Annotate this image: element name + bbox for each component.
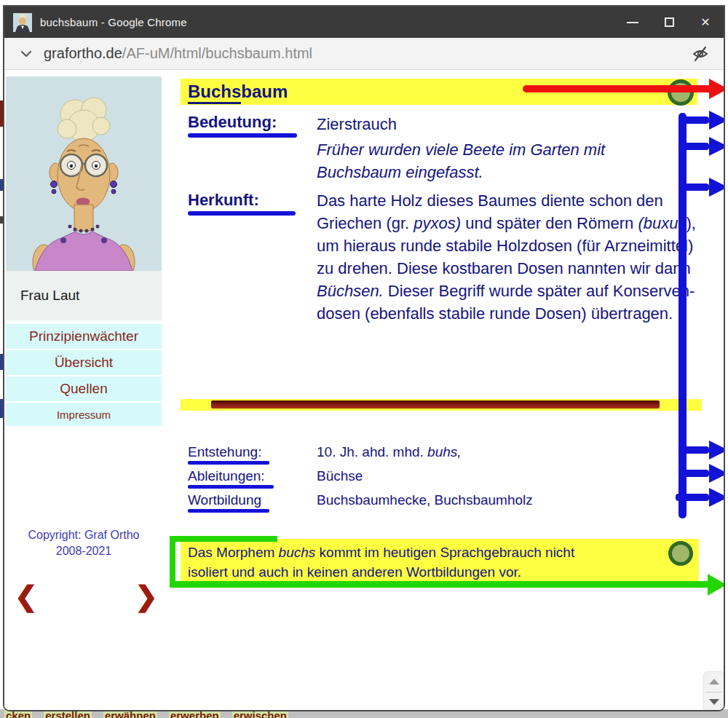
green-arrow-head <box>708 574 725 596</box>
blue-arrow-head <box>709 441 725 459</box>
blue-arrow-shaft <box>681 184 709 191</box>
copyright-line2: 2008-2021 <box>6 543 162 559</box>
title-underlined-part: Buchs <box>188 82 241 104</box>
copyright-line1: Copyright: Graf Ortho <box>6 527 162 543</box>
url-domain: grafortho.de <box>44 45 122 61</box>
chevron-down-icon[interactable] <box>20 50 32 58</box>
maximize-icon <box>665 17 674 27</box>
blue-arrow-shaft <box>681 446 709 454</box>
title-bar: buchsbaum - Google Chrome ✕ <box>4 7 724 38</box>
eye-slash-icon[interactable] <box>692 45 709 63</box>
bedeutung-value: Zierstrauch <box>317 113 397 135</box>
row-value-part: 10. Jh. ahd. mhd. <box>317 444 427 459</box>
row-value-part: Büchse <box>317 468 363 484</box>
browser-window: buchsbaum - Google Chrome ✕ grafortho.de… <box>3 5 725 711</box>
menu-label: Übersicht <box>55 355 113 371</box>
scroll-up-button[interactable] <box>704 672 724 692</box>
blue-arrow-head <box>709 488 725 507</box>
close-icon: ✕ <box>700 17 710 28</box>
next-page-button[interactable]: ❯ <box>135 582 158 611</box>
bedeutung-label: Bedeutung: <box>188 113 277 132</box>
sidebar-item-quellen[interactable]: Quellen <box>6 376 162 401</box>
minimize-icon <box>627 22 638 23</box>
wortbildung-label: Wortbildung <box>188 492 261 508</box>
arrow-up-icon <box>709 679 719 685</box>
blue-arrow-shaft <box>681 470 709 477</box>
arrow-down-icon <box>709 699 719 705</box>
blue-arrow-head <box>709 178 725 197</box>
scrollbar[interactable] <box>704 672 724 711</box>
note-part: Das Morphem <box>188 545 279 560</box>
prev-page-button[interactable]: ❮ <box>15 582 38 611</box>
herkunft-underline <box>188 211 296 216</box>
wortbildung-value: Buchsbaumhecke, Buchsbaumholz <box>317 492 533 508</box>
entstehung-label: Entstehung: <box>188 444 261 460</box>
green-bracket-left <box>170 536 175 587</box>
red-arrow-head <box>709 79 725 99</box>
row-value-part: Buchsbaumhecke, Buchsbaumholz <box>317 492 533 508</box>
row-value-italic: buhs, <box>427 444 461 459</box>
blue-arrow-head <box>709 111 725 130</box>
sidebar-name: Frau Laut <box>6 271 162 320</box>
ableitungen-label: Ableitungen: <box>188 468 265 484</box>
favicon-icon <box>13 13 32 32</box>
wortbildung-underline <box>188 509 269 513</box>
url-bar: grafortho.de/AF-uM/html/buchsbaum.html <box>4 38 724 70</box>
entstehung-value: 10. Jh. ahd. mhd. buhs, <box>317 444 462 460</box>
red-arrow-shaft <box>523 85 709 92</box>
green-bracket-top <box>170 536 277 542</box>
address-text[interactable]: grafortho.de/AF-uM/html/buchsbaum.html <box>44 45 312 62</box>
ableitungen-underline <box>188 485 274 489</box>
page-content: Frau Laut Prinzipienwächter Übersicht Qu… <box>4 70 724 710</box>
url-path: /AF-uM/html/buchsbaum.html <box>122 45 312 61</box>
herkunft-label: Herkunft: <box>188 191 259 210</box>
note-italic: buchs <box>279 545 316 560</box>
blue-bracket-line <box>678 113 687 518</box>
blue-arrow-shaft <box>681 117 709 124</box>
bedeutung-underline <box>188 133 297 138</box>
sidebar-item-uebersicht[interactable]: Übersicht <box>6 350 162 375</box>
frau-laut-portrait <box>6 76 162 271</box>
herkunft-text: Das harte Holz dieses Baumes diente scho… <box>317 189 698 325</box>
bedeutung-example: Früher wurden viele Beete im Garten mit … <box>317 138 670 184</box>
close-button[interactable]: ✕ <box>687 7 724 38</box>
sidebar-item-prinzipienwaechter[interactable]: Prinzipienwächter <box>6 324 162 349</box>
minimize-button[interactable] <box>614 7 651 38</box>
menu-label: Impressum <box>57 409 111 421</box>
maximize-button[interactable] <box>651 7 687 38</box>
green-arrow-shaft <box>170 581 711 588</box>
window-title: buchsbaum - Google Chrome <box>40 16 187 28</box>
blue-arrow-head <box>709 137 725 156</box>
copyright-text: Copyright: Graf Ortho 2008-2021 <box>6 527 162 559</box>
herkunft-part: und später den Römern <box>461 214 638 232</box>
blue-arrow-shaft <box>681 143 709 150</box>
title-rest-part: baum <box>241 82 288 101</box>
ableitungen-value: Büchse <box>317 468 363 484</box>
note-highlight-box: Das Morphem buchs kommt im heutigen Spra… <box>181 539 699 581</box>
page-title: Buchsbaum <box>188 79 288 105</box>
herkunft-italic: Büchsen. <box>317 282 384 300</box>
divider-red-bar <box>211 401 660 409</box>
blue-arrow-head <box>709 464 725 483</box>
audio-play-button[interactable] <box>668 541 693 566</box>
entstehung-underline <box>188 461 269 465</box>
scroll-down-button[interactable] <box>704 693 724 712</box>
audio-play-button[interactable] <box>668 79 694 106</box>
menu-label: Prinzipienwächter <box>29 328 138 344</box>
herkunft-italic: pyxos) <box>414 214 461 232</box>
note-text: Das Morphem buchs kommt im heutigen Spra… <box>188 543 617 582</box>
menu-label: Quellen <box>60 381 108 397</box>
sidebar-item-impressum[interactable]: Impressum <box>6 403 162 426</box>
blue-arrow-shaft <box>676 494 709 501</box>
